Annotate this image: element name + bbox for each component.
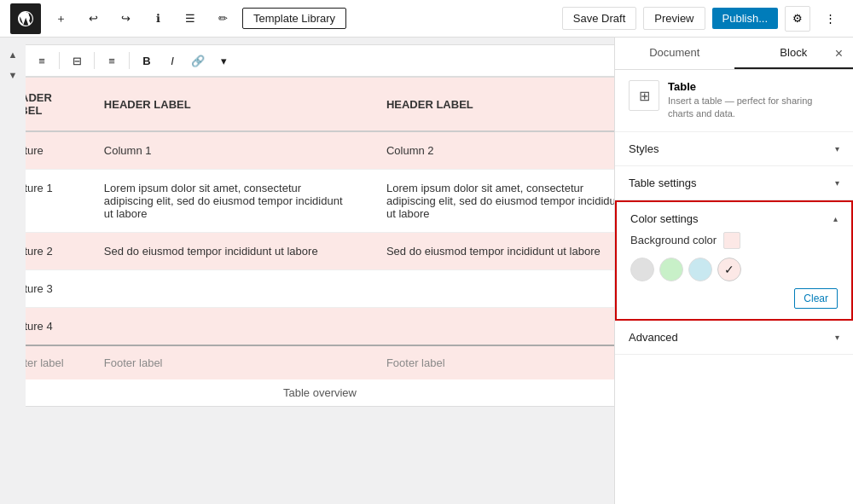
tab-document[interactable]: Document <box>615 38 734 69</box>
redo-button[interactable]: ↪ <box>113 6 138 32</box>
table-footer-row: Footer label Footer label Footer label <box>26 345 614 379</box>
styles-chevron-icon: ▾ <box>835 144 839 154</box>
main-layout: ▲ ▼ ⊞ ≡ ⊟ ≡ B I 🔗 ▾ <box>0 38 853 504</box>
italic-button[interactable]: I <box>160 49 184 72</box>
clear-btn-row: Clear <box>630 288 838 309</box>
clear-button[interactable]: Clear <box>794 288 838 309</box>
color-swatch-pink[interactable]: ✓ <box>717 258 741 281</box>
header-col-2: HEADER LABEL <box>87 78 369 131</box>
header-col-3: HEADER LABEL <box>369 78 614 131</box>
block-title: Table <box>668 80 839 93</box>
row4-col3[interactable] <box>369 270 614 308</box>
toolbar-divider-2 <box>59 52 60 69</box>
row5-col3[interactable] <box>369 308 614 346</box>
table-row: Feature 3 <box>26 270 614 308</box>
top-bar: ＋ ↩ ↪ ℹ ☰ ✏ Template Library Save Draft … <box>0 0 853 38</box>
align-left-button[interactable]: ≡ <box>30 49 54 72</box>
sidebar-up-arrow[interactable]: ▲ <box>4 46 21 63</box>
table-header-row: HEADER LABEL HEADER LABEL HEADER LABEL <box>26 78 614 131</box>
color-swatch-gray[interactable] <box>630 258 654 281</box>
header-col-1: HEADER LABEL <box>26 78 87 131</box>
row1-col2[interactable]: Column 1 <box>87 131 369 170</box>
styles-section[interactable]: Styles ▾ <box>615 132 853 166</box>
color-settings-body: Background color ✓ Clear <box>617 232 851 319</box>
background-color-swatch[interactable] <box>723 232 740 249</box>
row3-col3[interactable]: Sed do eiusmod tempor incididunt ut labo… <box>369 233 614 270</box>
sidebar-down-arrow[interactable]: ▼ <box>4 67 21 84</box>
bg-color-row: Background color <box>630 232 838 249</box>
main-table: HEADER LABEL HEADER LABEL HEADER LABEL F… <box>26 78 614 379</box>
color-swatch-blue[interactable] <box>688 258 712 281</box>
footer-col2[interactable]: Footer label <box>87 345 369 379</box>
block-toolbar: ⊞ ≡ ⊟ ≡ B I 🔗 ▾ ⋮ <box>26 44 614 77</box>
wp-logo[interactable] <box>10 3 41 34</box>
row2-col2[interactable]: Lorem ipsum dolor sit amet, consectetur … <box>87 170 369 233</box>
color-settings-header[interactable]: Color settings ▴ <box>617 202 851 232</box>
template-library-button[interactable]: Template Library <box>242 8 346 29</box>
left-sidebar: ▲ ▼ <box>0 38 26 504</box>
save-draft-button[interactable]: Save Draft <box>562 7 636 30</box>
table-settings-section[interactable]: Table settings ▾ <box>615 166 853 200</box>
top-bar-right: Save Draft Preview Publish... ⚙ ⋮ <box>562 6 843 32</box>
panel-close-button[interactable]: × <box>832 46 846 61</box>
top-bar-left: ＋ ↩ ↪ ℹ ☰ ✏ Template Library <box>10 3 346 34</box>
table-settings-label: Table settings <box>629 177 697 189</box>
row3-col2[interactable]: Sed do eiusmod tempor incididunt ut labo… <box>87 233 369 270</box>
editor-with-sidebar: ▲ ▼ ⊞ ≡ ⊟ ≡ B I 🔗 ▾ <box>0 38 614 504</box>
table-row: Feature 2 Sed do eiusmod tempor incididu… <box>26 233 614 270</box>
bold-button[interactable]: B <box>135 49 159 72</box>
list-view-button[interactable]: ☰ <box>177 6 203 32</box>
footer-col1[interactable]: Footer label <box>26 345 87 379</box>
settings-button[interactable]: ⚙ <box>785 6 810 32</box>
styles-label: Styles <box>629 142 659 155</box>
more-toolbar-button[interactable]: ▾ <box>212 49 235 72</box>
table-row: Feature Column 1 Column 2 <box>26 131 614 170</box>
column-button[interactable]: ⊟ <box>65 49 89 72</box>
advanced-chevron-icon: ▾ <box>835 333 839 342</box>
publish-button[interactable]: Publish... <box>712 8 778 29</box>
swatch-selected-checkmark: ✓ <box>724 263 734 276</box>
row3-col1[interactable]: Feature 2 <box>26 233 87 270</box>
editor-region: ▲ ▼ ⊞ ≡ ⊟ ≡ B I 🔗 ▾ <box>0 38 614 504</box>
table-row: Feature 4 <box>26 308 614 346</box>
link-button[interactable]: 🔗 <box>186 49 210 72</box>
advanced-section[interactable]: Advanced ▾ <box>615 321 853 355</box>
table-caption: Table overview <box>26 379 614 406</box>
undo-button[interactable]: ↩ <box>80 6 106 32</box>
color-swatches: ✓ <box>630 258 838 281</box>
toolbar-divider-4 <box>129 52 130 69</box>
row5-col1[interactable]: Feature 4 <box>26 308 87 346</box>
edit-button[interactable]: ✏ <box>210 6 235 32</box>
table-settings-chevron-icon: ▾ <box>835 178 839 188</box>
add-block-button[interactable]: ＋ <box>48 6 73 32</box>
row2-col3[interactable]: Lorem ipsum dolor sit amet, consectetur … <box>369 170 614 233</box>
more-options-button[interactable]: ⋮ <box>817 6 843 32</box>
block-info: ⊞ Table Insert a table — perfect for sha… <box>615 70 853 132</box>
color-settings-chevron-icon: ▴ <box>833 214 838 223</box>
color-swatch-green[interactable] <box>659 258 683 281</box>
advanced-label: Advanced <box>629 331 678 344</box>
row2-col1[interactable]: Feature 1 <box>26 170 87 233</box>
color-settings-section: Color settings ▴ Background color ✓ <box>615 200 853 321</box>
info-button[interactable]: ℹ <box>145 6 171 32</box>
block-type-icon: ⊞ <box>629 80 659 111</box>
background-color-label: Background color <box>630 234 717 246</box>
preview-button[interactable]: Preview <box>643 7 705 30</box>
row1-col1[interactable]: Feature <box>26 131 87 170</box>
row5-col2[interactable] <box>87 308 369 346</box>
table-wrapper: HEADER LABEL HEADER LABEL HEADER LABEL F… <box>26 77 614 407</box>
editor-area: ⊞ ≡ ⊟ ≡ B I 🔗 ▾ ⋮ <box>26 38 614 504</box>
block-info-text: Table Insert a table — perfect for shari… <box>668 80 839 121</box>
row1-col3[interactable]: Column 2 <box>369 131 614 170</box>
footer-col3[interactable]: Footer label <box>369 345 614 379</box>
panel-tabs: Document Block × <box>615 38 853 70</box>
row4-col2[interactable] <box>87 270 369 308</box>
color-settings-label: Color settings <box>630 212 698 225</box>
block-description: Insert a table — perfect for sharing cha… <box>668 95 839 121</box>
table-row: Feature 1 Lorem ipsum dolor sit amet, co… <box>26 170 614 233</box>
row4-col1[interactable]: Feature 3 <box>26 270 87 308</box>
text-align-button[interactable]: ≡ <box>100 49 124 72</box>
toolbar-divider-3 <box>94 52 95 69</box>
right-panel: Document Block × ⊞ Table Insert a table … <box>614 38 853 504</box>
